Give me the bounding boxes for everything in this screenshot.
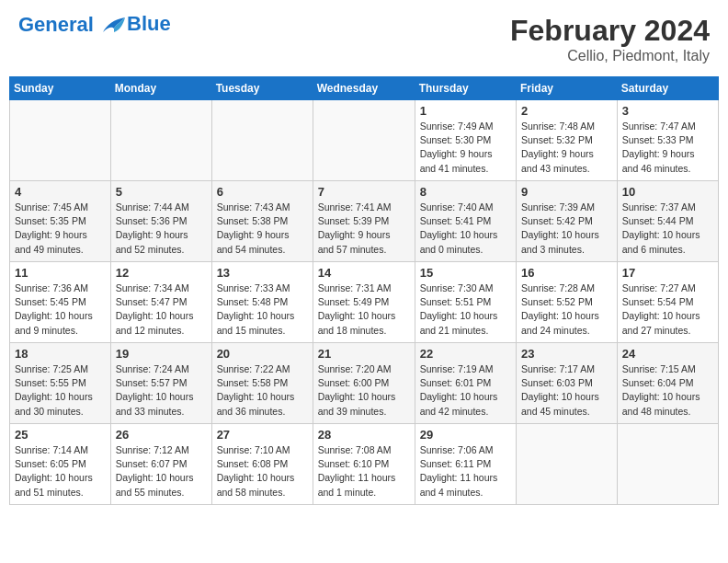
month-title: February 2024 [510, 14, 710, 48]
cell-day-number: 14 [318, 266, 410, 280]
cell-day-info: Sunrise: 7:14 AM Sunset: 6:05 PM Dayligh… [15, 443, 106, 500]
logo-line2: Blue [127, 13, 171, 35]
cell-day-number: 2 [521, 104, 612, 118]
calendar-table: SundayMondayTuesdayWednesdayThursdayFrid… [9, 76, 719, 505]
cell-day-number: 18 [15, 347, 106, 361]
logo-line1: General [18, 13, 94, 36]
calendar-cell: 9Sunrise: 7:39 AM Sunset: 5:42 PM Daylig… [517, 181, 618, 262]
title-block: February 2024 Cellio, Piedmont, Italy [510, 14, 710, 64]
cell-day-info: Sunrise: 7:22 AM Sunset: 5:58 PM Dayligh… [217, 362, 308, 419]
cell-day-info: Sunrise: 7:27 AM Sunset: 5:54 PM Dayligh… [622, 282, 713, 338]
calendar-cell: 1Sunrise: 7:49 AM Sunset: 5:30 PM Daylig… [415, 100, 516, 181]
calendar-cell: 29Sunrise: 7:06 AM Sunset: 6:11 PM Dayli… [415, 424, 516, 505]
cell-day-info: Sunrise: 7:37 AM Sunset: 5:44 PM Dayligh… [622, 201, 713, 257]
cell-day-number: 27 [217, 428, 308, 442]
col-header-saturday: Saturday [617, 77, 718, 100]
cell-day-number: 11 [15, 266, 106, 280]
calendar-week-2: 4Sunrise: 7:45 AM Sunset: 5:35 PM Daylig… [10, 181, 719, 262]
cell-day-info: Sunrise: 7:28 AM Sunset: 5:52 PM Dayligh… [521, 282, 612, 338]
calendar-cell: 14Sunrise: 7:31 AM Sunset: 5:49 PM Dayli… [313, 262, 415, 343]
cell-day-info: Sunrise: 7:49 AM Sunset: 5:30 PM Dayligh… [420, 120, 511, 176]
col-header-thursday: Thursday [415, 77, 516, 100]
calendar-cell: 6Sunrise: 7:43 AM Sunset: 5:38 PM Daylig… [211, 181, 313, 262]
cell-day-number: 8 [420, 185, 511, 199]
calendar-cell: 13Sunrise: 7:33 AM Sunset: 5:48 PM Dayli… [211, 262, 313, 343]
calendar-cell: 11Sunrise: 7:36 AM Sunset: 5:45 PM Dayli… [10, 262, 111, 343]
calendar-cell: 10Sunrise: 7:37 AM Sunset: 5:44 PM Dayli… [617, 181, 718, 262]
calendar-cell: 5Sunrise: 7:44 AM Sunset: 5:36 PM Daylig… [110, 181, 211, 262]
calendar-cell: 28Sunrise: 7:08 AM Sunset: 6:10 PM Dayli… [313, 424, 415, 505]
cell-day-info: Sunrise: 7:31 AM Sunset: 5:49 PM Dayligh… [318, 282, 410, 338]
calendar-cell: 8Sunrise: 7:40 AM Sunset: 5:41 PM Daylig… [415, 181, 516, 262]
calendar-cell: 2Sunrise: 7:48 AM Sunset: 5:32 PM Daylig… [517, 100, 618, 181]
cell-day-info: Sunrise: 7:33 AM Sunset: 5:48 PM Dayligh… [217, 282, 308, 338]
col-header-sunday: Sunday [10, 77, 111, 100]
cell-day-number: 25 [15, 428, 106, 442]
calendar-cell: 24Sunrise: 7:15 AM Sunset: 6:04 PM Dayli… [617, 343, 718, 424]
calendar-cell [10, 100, 111, 181]
calendar-cell: 27Sunrise: 7:10 AM Sunset: 6:08 PM Dayli… [211, 424, 313, 505]
cell-day-info: Sunrise: 7:25 AM Sunset: 5:55 PM Dayligh… [15, 362, 106, 419]
col-header-wednesday: Wednesday [313, 77, 415, 100]
cell-day-number: 15 [420, 266, 511, 280]
calendar-cell: 23Sunrise: 7:17 AM Sunset: 6:03 PM Dayli… [517, 343, 618, 424]
calendar-cell [110, 100, 211, 181]
cell-day-info: Sunrise: 7:10 AM Sunset: 6:08 PM Dayligh… [217, 443, 308, 500]
col-header-tuesday: Tuesday [211, 77, 313, 100]
cell-day-info: Sunrise: 7:36 AM Sunset: 5:45 PM Dayligh… [15, 282, 106, 338]
cell-day-info: Sunrise: 7:30 AM Sunset: 5:51 PM Dayligh… [420, 282, 511, 338]
cell-day-number: 12 [116, 266, 207, 280]
logo: General Blue [18, 14, 171, 36]
calendar-cell [211, 100, 313, 181]
page-header: General Blue February 2024 Cellio, Piedm… [9, 9, 719, 69]
calendar-week-5: 25Sunrise: 7:14 AM Sunset: 6:05 PM Dayli… [10, 424, 719, 505]
cell-day-info: Sunrise: 7:17 AM Sunset: 6:03 PM Dayligh… [521, 362, 612, 419]
calendar-cell: 22Sunrise: 7:19 AM Sunset: 6:01 PM Dayli… [415, 343, 516, 424]
cell-day-info: Sunrise: 7:12 AM Sunset: 6:07 PM Dayligh… [116, 443, 207, 500]
cell-day-info: Sunrise: 7:39 AM Sunset: 5:42 PM Dayligh… [521, 201, 612, 257]
cell-day-info: Sunrise: 7:24 AM Sunset: 5:57 PM Dayligh… [116, 362, 207, 419]
cell-day-info: Sunrise: 7:43 AM Sunset: 5:38 PM Dayligh… [217, 201, 308, 257]
cell-day-info: Sunrise: 7:47 AM Sunset: 5:33 PM Dayligh… [622, 120, 713, 176]
cell-day-number: 1 [420, 104, 511, 118]
calendar-cell: 4Sunrise: 7:45 AM Sunset: 5:35 PM Daylig… [10, 181, 111, 262]
calendar-cell [517, 424, 618, 505]
cell-day-number: 5 [116, 185, 207, 199]
cell-day-info: Sunrise: 7:48 AM Sunset: 5:32 PM Dayligh… [521, 120, 612, 176]
calendar-cell: 17Sunrise: 7:27 AM Sunset: 5:54 PM Dayli… [617, 262, 718, 343]
bird-icon [101, 16, 127, 36]
calendar-cell: 25Sunrise: 7:14 AM Sunset: 6:05 PM Dayli… [10, 424, 111, 505]
cell-day-info: Sunrise: 7:41 AM Sunset: 5:39 PM Dayligh… [318, 201, 410, 257]
location-title: Cellio, Piedmont, Italy [510, 48, 710, 64]
calendar-cell: 16Sunrise: 7:28 AM Sunset: 5:52 PM Dayli… [517, 262, 618, 343]
cell-day-number: 4 [15, 185, 106, 199]
calendar-cell: 19Sunrise: 7:24 AM Sunset: 5:57 PM Dayli… [110, 343, 211, 424]
cell-day-number: 17 [622, 266, 713, 280]
cell-day-info: Sunrise: 7:44 AM Sunset: 5:36 PM Dayligh… [116, 201, 207, 257]
cell-day-info: Sunrise: 7:19 AM Sunset: 6:01 PM Dayligh… [420, 362, 511, 419]
calendar-cell [617, 424, 718, 505]
calendar-cell: 15Sunrise: 7:30 AM Sunset: 5:51 PM Dayli… [415, 262, 516, 343]
cell-day-number: 20 [217, 347, 308, 361]
calendar-week-1: 1Sunrise: 7:49 AM Sunset: 5:30 PM Daylig… [10, 100, 719, 181]
cell-day-number: 16 [521, 266, 612, 280]
calendar-week-4: 18Sunrise: 7:25 AM Sunset: 5:55 PM Dayli… [10, 343, 719, 424]
cell-day-info: Sunrise: 7:08 AM Sunset: 6:10 PM Dayligh… [318, 443, 410, 500]
calendar-cell [313, 100, 415, 181]
calendar-cell: 7Sunrise: 7:41 AM Sunset: 5:39 PM Daylig… [313, 181, 415, 262]
calendar-cell: 12Sunrise: 7:34 AM Sunset: 5:47 PM Dayli… [110, 262, 211, 343]
cell-day-info: Sunrise: 7:20 AM Sunset: 6:00 PM Dayligh… [318, 362, 410, 419]
col-header-monday: Monday [110, 77, 211, 100]
cell-day-number: 22 [420, 347, 511, 361]
cell-day-number: 13 [217, 266, 308, 280]
calendar-cell: 26Sunrise: 7:12 AM Sunset: 6:07 PM Dayli… [110, 424, 211, 505]
calendar-header-row: SundayMondayTuesdayWednesdayThursdayFrid… [10, 77, 719, 100]
calendar-cell: 21Sunrise: 7:20 AM Sunset: 6:00 PM Dayli… [313, 343, 415, 424]
cell-day-number: 7 [318, 185, 410, 199]
calendar-cell: 20Sunrise: 7:22 AM Sunset: 5:58 PM Dayli… [211, 343, 313, 424]
cell-day-info: Sunrise: 7:34 AM Sunset: 5:47 PM Dayligh… [116, 282, 207, 338]
cell-day-number: 28 [318, 428, 410, 442]
cell-day-number: 21 [318, 347, 410, 361]
cell-day-info: Sunrise: 7:45 AM Sunset: 5:35 PM Dayligh… [15, 201, 106, 257]
cell-day-number: 29 [420, 428, 511, 442]
